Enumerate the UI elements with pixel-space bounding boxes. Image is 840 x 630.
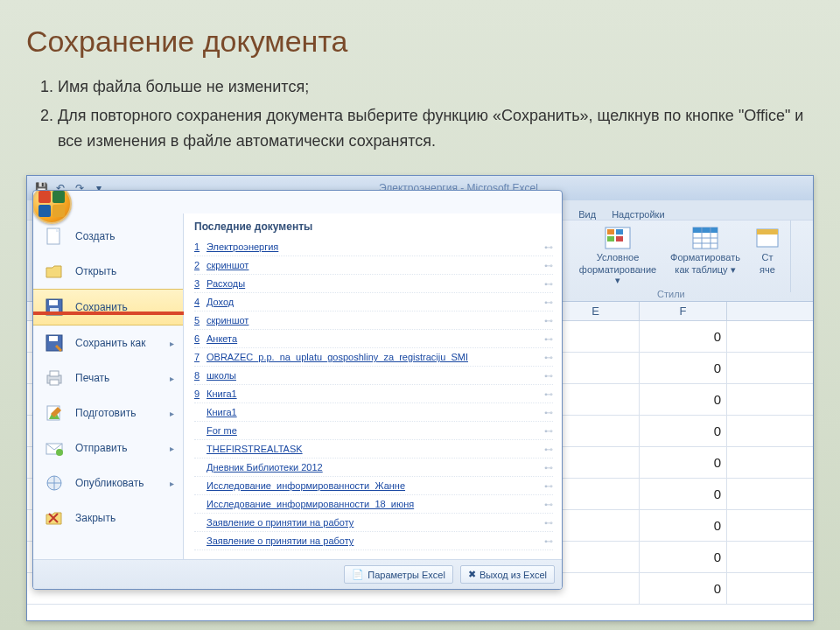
- cell[interactable]: [552, 321, 640, 352]
- menu-publish[interactable]: Опубликовать ▸: [33, 466, 183, 500]
- recent-document-item[interactable]: Книга1⊷: [194, 403, 553, 422]
- svg-point-25: [56, 449, 63, 456]
- tab-addins[interactable]: Надстройки: [612, 209, 664, 220]
- cell[interactable]: [552, 573, 640, 604]
- recent-item-name: Исследование_информированности_18_июня: [206, 499, 414, 509]
- format-as-table-button[interactable]: Форматировать как таблицу ▾: [666, 226, 745, 290]
- cell[interactable]: 0: [640, 542, 727, 572]
- menu-prepare[interactable]: Подготовить ▸: [33, 396, 183, 430]
- office-menu: Создать Открыть Сохранить Сохранить как …: [32, 190, 563, 590]
- recent-document-item[interactable]: 1Электроэнергия⊷: [194, 238, 553, 256]
- cell[interactable]: 0: [640, 321, 727, 352]
- pin-icon[interactable]: ⊷: [544, 353, 553, 362]
- recent-documents-title: Последние документы: [194, 220, 553, 233]
- recent-document-item[interactable]: 7OBRAZEC_p.p._na_uplatu_gosposhliny_za_r…: [194, 348, 553, 367]
- recent-document-item[interactable]: Исследование_информированности_18_июня⊷: [194, 495, 553, 514]
- recent-item-name: For me: [206, 425, 237, 436]
- pin-icon[interactable]: ⊷: [544, 518, 553, 528]
- menu-open[interactable]: Открыть: [33, 254, 183, 289]
- recent-documents-panel: Последние документы 1Электроэнергия⊷2скр…: [184, 214, 562, 559]
- bullet-1: Имя файла больше не изменится;: [58, 74, 814, 100]
- col-head-e[interactable]: E: [552, 302, 640, 320]
- menu-save-as[interactable]: Сохранить как ▸: [33, 326, 183, 360]
- open-icon: [42, 261, 66, 282]
- recent-document-item[interactable]: Заявление о принятии на работу⊷: [194, 514, 553, 532]
- menu-print[interactable]: Печать ▸: [33, 360, 183, 396]
- recent-document-item[interactable]: 2скриншот⊷: [194, 256, 553, 275]
- recent-document-item[interactable]: Заявление о принятии на работу⊷: [194, 532, 553, 550]
- cell[interactable]: [552, 510, 640, 541]
- pin-icon[interactable]: ⊷: [544, 500, 553, 509]
- cell[interactable]: 0: [640, 510, 727, 541]
- pin-icon[interactable]: ⊷: [544, 389, 553, 399]
- recent-item-name: OBRAZEC_p.p._na_uplatu_gosposhliny_za_re…: [206, 352, 468, 362]
- pin-icon[interactable]: ⊷: [544, 371, 553, 381]
- menu-close[interactable]: Закрыть: [33, 500, 183, 536]
- cell[interactable]: 0: [640, 447, 727, 478]
- recent-document-item[interactable]: 4Доход⊷: [194, 293, 553, 312]
- recent-item-name: Электроэнергия: [206, 242, 278, 252]
- recent-item-number: 5: [194, 315, 206, 326]
- svg-rect-22: [50, 380, 59, 385]
- tab-view[interactable]: Вид: [578, 209, 596, 220]
- excel-options-button[interactable]: 📄 Параметры Excel: [344, 565, 453, 584]
- cell[interactable]: [552, 447, 640, 478]
- cell[interactable]: 0: [640, 573, 727, 604]
- pin-icon[interactable]: ⊷: [544, 334, 553, 344]
- col-head-f[interactable]: F: [640, 302, 727, 320]
- cell-styles-button[interactable]: Ст яче: [753, 226, 781, 290]
- recent-document-item[interactable]: Исследование_информированности_Жанне⊷: [194, 477, 553, 495]
- pin-icon[interactable]: ⊷: [544, 481, 553, 491]
- recent-item-number: 2: [194, 260, 206, 270]
- svg-rect-6: [693, 228, 718, 233]
- cell[interactable]: [552, 479, 640, 509]
- recent-item-name: Заявление о принятии на работу: [206, 536, 354, 546]
- cell[interactable]: [552, 542, 640, 572]
- svg-rect-1: [607, 229, 614, 234]
- recent-document-item[interactable]: Дневник Библиотеки 2012⊷: [194, 458, 553, 477]
- recent-document-item[interactable]: 8школы⊷: [194, 367, 553, 385]
- recent-document-item[interactable]: For me⊷: [194, 422, 553, 440]
- cell[interactable]: 0: [640, 479, 727, 509]
- exit-icon: ✖: [468, 569, 476, 580]
- pin-icon[interactable]: ⊷: [544, 316, 553, 326]
- menu-save[interactable]: Сохранить: [33, 289, 183, 326]
- conditional-formatting-button[interactable]: Условное форматирование ▾: [578, 226, 657, 290]
- recent-document-item[interactable]: THEFIRSTREALTASK⊷: [194, 440, 553, 458]
- format-as-table-icon: [691, 226, 719, 250]
- bullet-2: Для повторного сохранения документа выбе…: [58, 103, 814, 154]
- cell[interactable]: [552, 353, 640, 383]
- recent-document-item[interactable]: 3Расходы⊷: [194, 275, 553, 293]
- cell[interactable]: 0: [640, 416, 727, 446]
- svg-rect-21: [50, 371, 59, 376]
- pin-icon[interactable]: ⊷: [544, 261, 553, 270]
- pin-icon[interactable]: ⊷: [544, 444, 553, 454]
- recent-document-item[interactable]: 9Книга1⊷: [194, 385, 553, 403]
- cell[interactable]: [552, 416, 640, 446]
- recent-item-number: 8: [194, 370, 206, 381]
- menu-send[interactable]: Отправить ▸: [33, 430, 183, 466]
- cell[interactable]: 0: [640, 353, 727, 383]
- pin-icon[interactable]: ⊷: [544, 426, 553, 436]
- pin-icon[interactable]: ⊷: [544, 408, 553, 417]
- slide-title: Сохранение документа: [26, 24, 814, 59]
- slide-bullets: Имя файла больше не изменится; Для повто…: [26, 74, 814, 153]
- pin-icon[interactable]: ⊷: [544, 536, 553, 546]
- cell[interactable]: 0: [640, 384, 727, 415]
- exit-excel-button[interactable]: ✖ Выход из Excel: [460, 565, 555, 584]
- recent-document-item[interactable]: 6Анкета⊷: [194, 330, 553, 348]
- pin-icon[interactable]: ⊷: [544, 463, 553, 472]
- recent-document-item[interactable]: 5скриншот⊷: [194, 312, 553, 330]
- menu-new[interactable]: Создать: [33, 219, 183, 254]
- send-icon: [42, 438, 66, 458]
- recent-item-name: Доход: [206, 297, 234, 307]
- pin-icon[interactable]: ⊷: [544, 242, 553, 252]
- recent-item-number: 4: [194, 297, 206, 307]
- recent-item-name: Анкета: [206, 333, 237, 344]
- pin-icon[interactable]: ⊷: [544, 298, 553, 307]
- recent-item-name: школы: [206, 370, 236, 381]
- new-icon: [42, 226, 66, 247]
- chevron-right-icon: ▸: [170, 374, 174, 383]
- pin-icon[interactable]: ⊷: [544, 279, 553, 289]
- cell[interactable]: [552, 384, 640, 415]
